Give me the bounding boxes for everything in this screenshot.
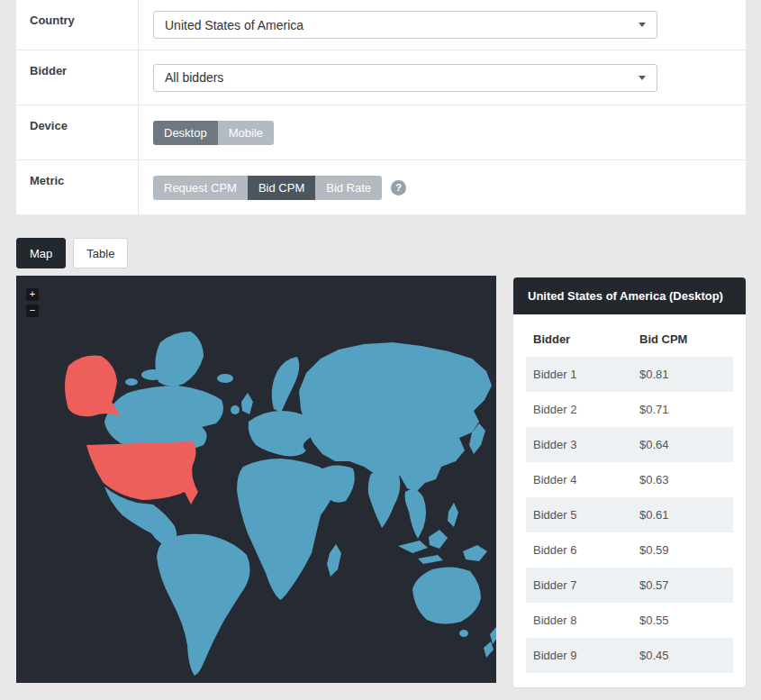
table-row: Bidder 3 $0.64	[526, 427, 733, 462]
table-row: Bidder 6 $0.59	[526, 532, 733, 568]
table-row: Bidder 2 $0.71	[526, 392, 733, 427]
island-tasmania	[459, 630, 468, 637]
bidder-name: Bidder 7	[526, 568, 632, 603]
country-select[interactable]: United States of America	[153, 11, 657, 39]
world-map[interactable]	[16, 276, 496, 683]
device-desktop-button[interactable]: Desktop	[153, 121, 218, 145]
device-mobile-button[interactable]: Mobile	[218, 121, 274, 145]
table-row: Bidder 8 $0.55	[526, 603, 733, 638]
country-iceland	[217, 374, 233, 383]
metric-request-cpm-button[interactable]: Request CPM	[153, 176, 248, 200]
bidder-cpm: $0.61	[632, 497, 733, 532]
bidder-cpm: $0.81	[632, 357, 733, 392]
bidder-table: Bidder Bid CPM Bidder 1 $0.81 Bidder 2 $…	[526, 322, 733, 673]
device-toggle-group: Desktop Mobile	[153, 121, 274, 145]
filter-row-bidder: Bidder All bidders	[16, 50, 746, 105]
country-ireland	[231, 405, 240, 414]
tab-map[interactable]: Map	[16, 238, 66, 268]
zoom-out-button[interactable]: −	[26, 305, 39, 317]
metric-toggle-group: Request CPM Bid CPM Bid Rate	[153, 176, 382, 200]
bidder-cpm: $0.71	[632, 392, 733, 427]
bidder-cpm: $0.64	[632, 427, 733, 462]
filter-row-metric: Metric Request CPM Bid CPM Bid Rate ?	[16, 160, 746, 215]
bidder-name: Bidder 5	[526, 497, 632, 532]
map-panel: + −	[16, 276, 496, 683]
bidder-select[interactable]: All bidders	[153, 64, 657, 92]
table-row: Bidder 7 $0.57	[526, 568, 733, 603]
country-label: Country	[16, 0, 139, 50]
chevron-down-icon	[639, 23, 646, 27]
country-select-value: United States of America	[165, 18, 303, 32]
column-header-bidder: Bidder	[526, 322, 632, 357]
metric-bid-rate-button[interactable]: Bid Rate	[315, 176, 382, 200]
bidder-name: Bidder 1	[526, 357, 632, 392]
bidder-cpm: $0.57	[632, 568, 733, 603]
device-label: Device	[16, 105, 139, 159]
chevron-down-icon	[639, 76, 646, 80]
bidder-cpm: $0.55	[632, 603, 733, 638]
arctic-island	[125, 378, 138, 386]
map-zoom-controls: + −	[26, 288, 39, 317]
table-row: Bidder 9 $0.45	[526, 638, 733, 673]
table-row: Bidder 5 $0.61	[526, 497, 733, 532]
bidder-name: Bidder 6	[526, 532, 632, 568]
bidder-name: Bidder 8	[526, 603, 632, 638]
column-header-cpm: Bid CPM	[632, 322, 733, 357]
bidder-name: Bidder 4	[526, 462, 632, 497]
bidder-name: Bidder 2	[526, 392, 632, 427]
filter-row-device: Device Desktop Mobile	[16, 105, 746, 160]
table-row: Bidder 4 $0.63	[526, 462, 733, 497]
tab-table[interactable]: Table	[73, 238, 128, 268]
bidder-cpm: $0.59	[632, 532, 733, 568]
filter-row-country: Country United States of America	[16, 0, 746, 50]
metric-bid-cpm-button[interactable]: Bid CPM	[248, 176, 315, 200]
bidder-name: Bidder 3	[526, 427, 632, 462]
table-row: Bidder 1 $0.81	[526, 357, 733, 392]
bidder-select-value: All bidders	[165, 70, 223, 85]
bidder-cpm: $0.63	[632, 462, 733, 497]
card-title: United States of America (Desktop)	[513, 277, 746, 314]
bidder-name: Bidder 9	[526, 638, 632, 673]
filters-panel: Country United States of America Bidder …	[16, 0, 746, 215]
view-tabs: Map Table	[16, 238, 128, 268]
bidder-data-card: United States of America (Desktop) Bidde…	[513, 277, 746, 687]
bidder-cpm: $0.45	[632, 638, 733, 673]
table-header-row: Bidder Bid CPM	[526, 322, 733, 357]
bidder-label: Bidder	[16, 50, 139, 105]
metric-label: Metric	[16, 160, 139, 214]
zoom-in-button[interactable]: +	[26, 288, 39, 301]
help-icon[interactable]: ?	[391, 180, 406, 195]
